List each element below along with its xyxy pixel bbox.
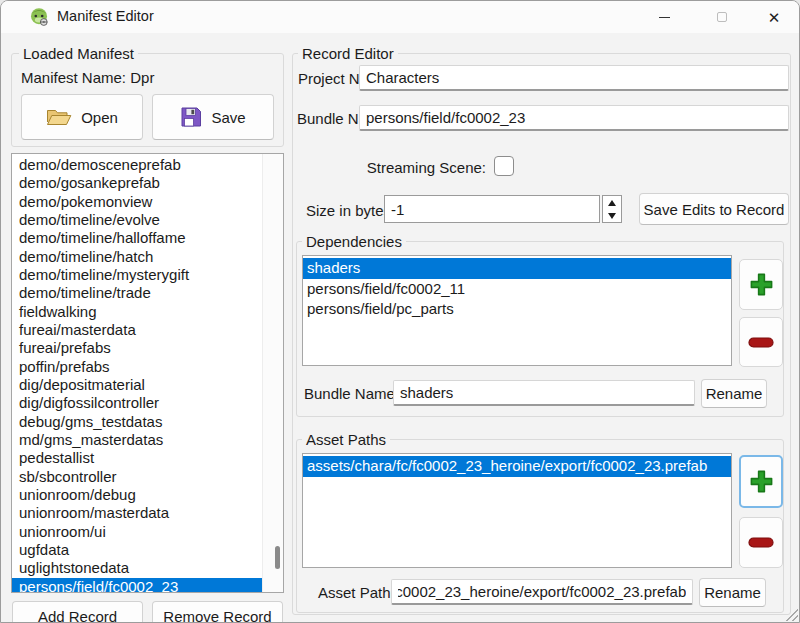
plus-icon xyxy=(748,271,775,298)
remove-record-button[interactable]: Remove Record xyxy=(152,601,283,623)
maximize-button[interactable] xyxy=(699,1,745,33)
dependency-add-button[interactable] xyxy=(739,259,783,310)
list-item[interactable]: fureai/prefabs xyxy=(12,339,283,357)
asset-paths-list[interactable]: assets/chara/fc/fc0002_23_heroine/export… xyxy=(302,453,732,568)
bundle-name-input[interactable] xyxy=(359,105,789,131)
open-button[interactable]: Open xyxy=(21,94,143,140)
app-icon xyxy=(29,7,49,27)
list-item[interactable]: assets/chara/fc/fc0002_23_heroine/export… xyxy=(303,456,731,477)
asset-path-label: Asset Path: xyxy=(318,584,395,601)
list-item[interactable]: demo/demosceneprefab xyxy=(12,156,283,174)
minus-icon xyxy=(748,537,774,548)
list-item[interactable]: demo/pokemonview xyxy=(12,193,283,211)
dependency-rename-button[interactable]: Rename xyxy=(701,379,767,408)
minus-icon xyxy=(748,337,774,348)
record-list-scrollbar[interactable] xyxy=(262,154,283,592)
list-item[interactable]: dig/depositmaterial xyxy=(12,376,283,394)
manifest-record-list[interactable]: demo/demosceneprefabdemo/gosankeprefabde… xyxy=(11,153,284,593)
floppy-disk-icon xyxy=(180,106,202,128)
list-item[interactable]: demo/timeline/halloffame xyxy=(12,229,283,247)
list-item[interactable]: demo/gosankeprefab xyxy=(12,174,283,192)
open-button-label: Open xyxy=(81,109,118,126)
save-button-label: Save xyxy=(211,109,245,126)
dependency-remove-button[interactable] xyxy=(739,317,783,367)
spin-down-icon[interactable] xyxy=(608,213,616,219)
asset-paths-group-title: Asset Paths xyxy=(302,431,390,448)
record-list-scrollbar-thumb[interactable] xyxy=(275,546,280,569)
save-edits-button-label: Save Edits to Record xyxy=(644,201,785,218)
window-title: Manifest Editor xyxy=(57,8,154,24)
streaming-scene-label: Streaming Scene: xyxy=(318,159,486,176)
dependency-rename-button-label: Rename xyxy=(706,385,763,402)
list-item[interactable]: persons/field/fc0002_23 xyxy=(12,578,283,593)
asset-path-input[interactable] xyxy=(391,579,693,605)
manifest-editor-window: Manifest Editor ✕ Loaded Manifest Manife… xyxy=(0,0,800,623)
loaded-manifest-group-title: Loaded Manifest xyxy=(19,45,138,62)
size-in-bytes-spinner[interactable] xyxy=(602,195,622,223)
list-item[interactable]: ugfdata xyxy=(12,541,283,559)
plus-icon xyxy=(748,468,775,495)
list-item[interactable]: unionroom/masterdata xyxy=(12,504,283,522)
asset-path-rename-button-label: Rename xyxy=(704,584,761,601)
titlebar: Manifest Editor ✕ xyxy=(1,1,799,33)
list-item[interactable]: uglightstonedata xyxy=(12,559,283,577)
list-item[interactable]: md/gms_masterdatas xyxy=(12,431,283,449)
list-item[interactable]: poffin/prefabs xyxy=(12,358,283,376)
save-edits-button[interactable]: Save Edits to Record xyxy=(639,193,789,225)
close-icon: ✕ xyxy=(768,10,781,25)
project-name-input[interactable] xyxy=(359,65,789,91)
dependency-bundle-name-label: Bundle Name: xyxy=(304,385,399,402)
list-item[interactable]: fieldwalking xyxy=(12,303,283,321)
spin-up-icon[interactable] xyxy=(608,200,616,206)
close-button[interactable]: ✕ xyxy=(751,1,797,33)
list-item[interactable]: fureai/masterdata xyxy=(12,321,283,339)
dependencies-list[interactable]: shaderspersons/field/fc0002_11persons/fi… xyxy=(302,255,732,366)
add-record-button[interactable]: Add Record xyxy=(12,601,143,623)
folder-open-icon xyxy=(46,107,72,127)
maximize-icon xyxy=(717,12,727,22)
list-item[interactable]: demo/timeline/mysterygift xyxy=(12,266,283,284)
list-item[interactable]: dig/digfossilcontroller xyxy=(12,394,283,412)
list-item[interactable]: persons/field/fc0002_11 xyxy=(303,279,731,300)
streaming-scene-checkbox[interactable] xyxy=(494,156,514,176)
minimize-icon xyxy=(659,17,670,18)
list-item[interactable]: unionroom/debug xyxy=(12,486,283,504)
size-in-bytes-input[interactable] xyxy=(384,195,600,223)
list-item[interactable]: demo/timeline/trade xyxy=(12,284,283,302)
list-item[interactable]: pedestallist xyxy=(12,449,283,467)
record-editor-group-title: Record Editor xyxy=(298,45,398,62)
list-item[interactable]: shaders xyxy=(303,258,731,279)
list-item[interactable]: unionroom/ui xyxy=(12,523,283,541)
list-item[interactable]: demo/timeline/hatch xyxy=(12,248,283,266)
asset-path-remove-button[interactable] xyxy=(739,517,783,568)
list-item[interactable]: persons/field/pc_parts xyxy=(303,299,731,320)
add-record-button-label: Add Record xyxy=(38,608,117,623)
manifest-name-label: Manifest Name: Dpr xyxy=(21,69,154,86)
list-item[interactable]: sb/sbcontroller xyxy=(12,468,283,486)
list-item[interactable]: demo/timeline/evolve xyxy=(12,211,283,229)
asset-path-rename-button[interactable]: Rename xyxy=(699,578,766,607)
size-in-bytes-label: Size in bytes: xyxy=(306,202,395,219)
asset-path-add-button[interactable] xyxy=(739,455,783,508)
dependency-bundle-name-input[interactable] xyxy=(393,380,695,406)
save-button[interactable]: Save xyxy=(152,94,274,140)
minimize-button[interactable] xyxy=(641,1,687,33)
dependencies-group-title: Dependencies xyxy=(302,233,406,250)
list-item[interactable]: debug/gms_testdatas xyxy=(12,413,283,431)
remove-record-button-label: Remove Record xyxy=(163,608,271,623)
